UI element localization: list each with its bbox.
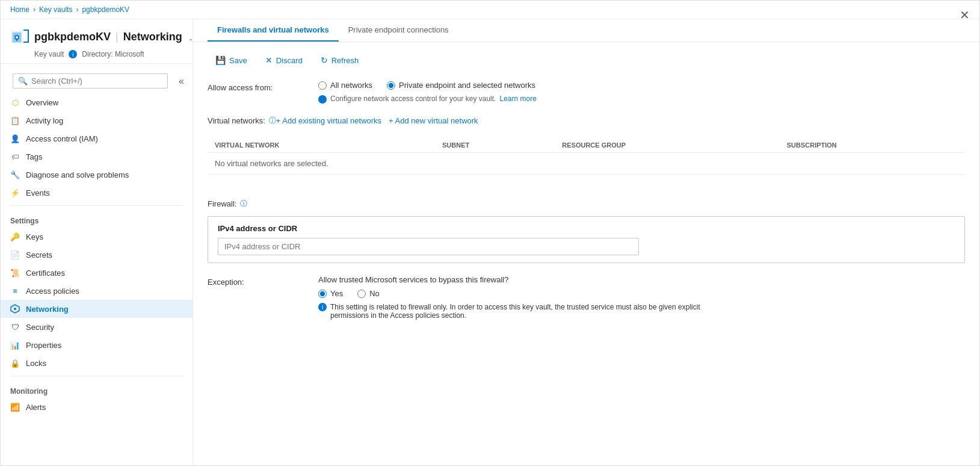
sidebar-item-activity-log[interactable]: 📋 Activity log xyxy=(1,111,193,129)
sidebar-item-events[interactable]: ⚡ Events xyxy=(1,184,193,202)
exception-no-option[interactable]: No xyxy=(357,289,380,298)
search-box[interactable]: 🔍 xyxy=(13,73,168,89)
learn-more-link[interactable]: Learn more xyxy=(499,95,536,103)
exception-no-label: No xyxy=(369,289,380,298)
add-new-vnet-button[interactable]: + Add new virtual network xyxy=(389,116,478,125)
resource-page: Networking xyxy=(123,31,182,43)
vnet-section-header: Virtual networks: ⓘ + Add existing virtu… xyxy=(208,116,478,126)
save-icon: 💾 xyxy=(215,55,226,65)
refresh-button[interactable]: ↻ Refresh xyxy=(313,52,367,69)
activity-log-icon: 📋 xyxy=(10,116,20,125)
vnet-table-body: No virtual networks are selected. xyxy=(208,153,965,175)
nav-label-events: Events xyxy=(26,188,50,197)
nav-divider-settings xyxy=(10,205,183,206)
tab-private-endpoints[interactable]: Private endpoint connections xyxy=(339,19,458,42)
resource-type-label: Key vault xyxy=(34,50,64,58)
exception-yes-radio[interactable] xyxy=(318,290,327,298)
content-area: Firewalls and virtual networks Private e… xyxy=(193,19,979,465)
sidebar-item-certificates[interactable]: 📜 Certificates xyxy=(1,264,193,282)
content-body: 💾 Save ✕ Discard ↻ Refresh Allow access … xyxy=(193,42,979,341)
firewall-info-icon: ⓘ xyxy=(240,199,247,209)
sidebar-item-keys[interactable]: 🔑 Keys xyxy=(1,228,193,246)
svg-point-5 xyxy=(14,308,16,310)
exception-no-radio[interactable] xyxy=(357,290,366,298)
vnet-info-icon: ⓘ xyxy=(269,116,276,126)
sidebar-item-access-policies[interactable]: ≡ Access policies xyxy=(1,282,193,300)
diagnose-icon: 🔧 xyxy=(10,170,20,179)
private-endpoint-radio[interactable] xyxy=(387,81,395,90)
access-policies-icon: ≡ xyxy=(10,286,20,296)
secrets-icon: 📄 xyxy=(10,250,20,259)
svg-rect-4 xyxy=(16,39,17,41)
networking-icon xyxy=(10,304,20,314)
tags-icon: 🏷 xyxy=(10,152,20,161)
breadcrumb-keyvaults[interactable]: Key vaults xyxy=(39,5,72,14)
col-virtual-network: VIRTUAL NETWORK xyxy=(208,138,435,153)
svg-point-3 xyxy=(16,36,18,39)
sidebar-item-alerts[interactable]: 📶 Alerts xyxy=(1,398,193,416)
sidebar-item-overview[interactable]: ⬡ Overview xyxy=(1,93,193,111)
col-subnet: SUBNET xyxy=(435,138,555,153)
sidebar-item-access-control[interactable]: 👤 Access control (IAM) xyxy=(1,129,193,148)
info-icon: i xyxy=(318,95,327,104)
sidebar-item-diagnose[interactable]: 🔧 Diagnose and solve problems xyxy=(1,166,193,184)
tab-firewalls[interactable]: Firewalls and virtual networks xyxy=(208,19,339,42)
ipv4-input[interactable] xyxy=(218,238,639,255)
toolbar: 💾 Save ✕ Discard ↻ Refresh xyxy=(208,52,965,69)
breadcrumb-resource[interactable]: pgbkpdemoKV xyxy=(82,5,129,14)
save-button[interactable]: 💾 Save xyxy=(208,52,255,69)
locks-icon: 🔒 xyxy=(10,358,20,368)
access-controls: All networks Private endpoint and select… xyxy=(318,81,965,104)
exception-yes-option[interactable]: Yes xyxy=(318,289,343,298)
allow-access-row: Allow access from: All networks Private … xyxy=(208,81,965,104)
add-existing-vnet-button[interactable]: + Add existing virtual networks xyxy=(276,116,381,125)
exception-controls: Allow trusted Microsoft services to bypa… xyxy=(318,275,965,320)
close-button[interactable]: ✕ xyxy=(960,8,970,22)
breadcrumb-home[interactable]: Home xyxy=(10,5,29,14)
all-networks-radio[interactable] xyxy=(318,81,327,90)
discard-button[interactable]: ✕ Discard xyxy=(257,52,310,69)
sidebar: pgbkpdemoKV | Networking ... Key vault i… xyxy=(1,19,193,465)
refresh-icon: ↻ xyxy=(321,55,328,65)
all-networks-option[interactable]: All networks xyxy=(318,81,372,90)
no-data-message: No virtual networks are selected. xyxy=(208,153,965,175)
virtual-networks-table: VIRTUAL NETWORK SUBNET RESOURCE GROUP SU… xyxy=(208,138,965,175)
nav-label-keys: Keys xyxy=(26,232,43,241)
exception-row: Exception: Allow trusted Microsoft servi… xyxy=(208,275,965,320)
private-endpoint-option[interactable]: Private endpoint and selected networks xyxy=(387,81,535,90)
vnet-label: Virtual networks: ⓘ xyxy=(208,116,276,126)
nav-label-networking: Networking xyxy=(26,305,69,314)
sidebar-item-properties[interactable]: 📊 Properties xyxy=(1,336,193,354)
nav-label-access-control: Access control (IAM) xyxy=(26,134,98,143)
directory-label: Directory: Microsoft xyxy=(82,50,144,58)
directory-info-icon: i xyxy=(69,50,77,58)
search-input[interactable] xyxy=(31,76,162,85)
exception-yes-label: Yes xyxy=(330,289,343,298)
nav-label-overview: Overview xyxy=(26,98,58,107)
nav-label-secrets: Secrets xyxy=(26,250,52,259)
security-icon: 🛡 xyxy=(10,322,20,332)
sidebar-item-tags[interactable]: 🏷 Tags xyxy=(1,148,193,166)
sidebar-header: pgbkpdemoKV | Networking ... Key vault i… xyxy=(1,19,193,64)
exception-label: Exception: xyxy=(208,275,304,287)
discard-icon: ✕ xyxy=(265,55,273,65)
sidebar-item-locks[interactable]: 🔒 Locks xyxy=(1,354,193,372)
nav-divider-monitoring xyxy=(10,376,183,376)
vnet-actions: + Add existing virtual networks + Add ne… xyxy=(276,116,478,125)
nav-label-diagnose: Diagnose and solve problems xyxy=(26,170,129,179)
events-icon: ⚡ xyxy=(10,188,20,197)
resource-separator: | xyxy=(116,31,119,43)
col-resource-group: RESOURCE GROUP xyxy=(555,138,779,153)
sidebar-item-security[interactable]: 🛡 Security xyxy=(1,318,193,336)
access-radio-group: All networks Private endpoint and select… xyxy=(318,81,965,90)
certificates-icon: 📜 xyxy=(10,268,20,278)
exception-info-message: i This setting is related to firewall on… xyxy=(318,303,739,320)
collapse-sidebar-button[interactable]: « xyxy=(175,75,188,88)
sidebar-item-secrets[interactable]: 📄 Secrets xyxy=(1,246,193,264)
nav-label-tags: Tags xyxy=(26,152,42,161)
resource-subtitle: Key vault i Directory: Microsoft xyxy=(34,50,183,58)
sidebar-item-networking[interactable]: Networking xyxy=(1,300,193,318)
nav-label-access-policies: Access policies xyxy=(26,287,79,296)
ellipsis-button[interactable]: ... xyxy=(187,31,193,43)
col-subscription: SUBSCRIPTION xyxy=(780,138,965,153)
